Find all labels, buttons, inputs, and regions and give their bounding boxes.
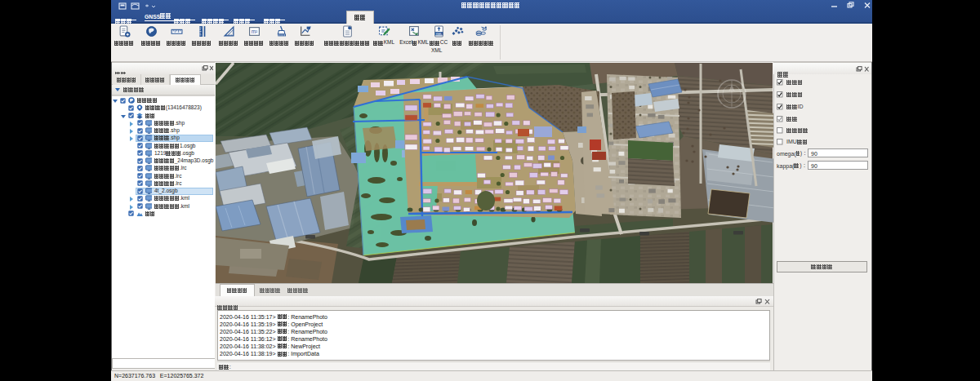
svg-text:m²: m²	[251, 29, 257, 34]
svg-text:XML: XML	[435, 33, 443, 36]
